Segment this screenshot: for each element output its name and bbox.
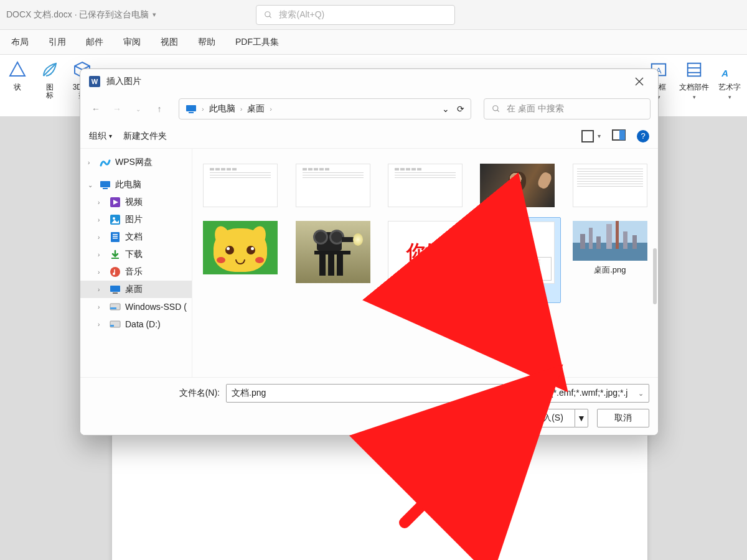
tree-documents[interactable]: ›文档 <box>80 228 192 246</box>
insert-split-dropdown[interactable]: ▼ <box>575 409 588 427</box>
nav-recent[interactable]: ⌄ <box>130 101 146 117</box>
title-dropdown-icon[interactable]: ▾ <box>153 11 156 19</box>
ribbon-wordart-label: 艺术字 <box>718 83 741 91</box>
new-folder-button[interactable]: 新建文件夹 <box>123 131 167 142</box>
close-button[interactable] <box>629 72 649 91</box>
parts-icon <box>683 58 705 81</box>
tree-drive-d[interactable]: ›Data (D:) <box>80 315 192 333</box>
file-list[interactable]: 你好 ▪ ░░░░░░░░░░░░░░░░░░░░░░░░▪ ░░░░░░░░░… <box>192 149 658 377</box>
nav-up[interactable]: ↑ <box>151 101 167 117</box>
global-search[interactable]: 搜索(Alt+Q) <box>256 5 455 25</box>
file-thumb-selected[interactable]: ▪ ░░░░░░░░░░░░░░░░░░░░░░░░▪ ░░░░░░░░░░░░… <box>474 217 560 303</box>
nav-back[interactable]: ← <box>88 101 104 117</box>
app-titlebar: DOCX 文档.docx · 已保存到这台电脑 ▾ 搜索(Alt+Q) <box>0 0 747 30</box>
insert-picture-dialog: W 插入图片 ← → ⌄ ↑ › 此电脑 › 桌面 › ⌄ ⟳ 在 桌面 中搜索 <box>80 68 659 436</box>
svg-rect-24 <box>113 236 118 237</box>
tree-pictures[interactable]: ›图片 <box>80 211 192 228</box>
svg-point-12 <box>493 106 498 111</box>
tree-drive-c[interactable]: ›Windows-SSD ( <box>80 298 192 315</box>
view-mode-button[interactable]: ▾ <box>581 130 601 142</box>
dialog-search[interactable]: 在 桌面 中搜索 <box>484 98 651 119</box>
search-placeholder: 搜索(Alt+Q) <box>279 9 324 21</box>
word-app-icon: W <box>89 76 100 87</box>
file-type-filter[interactable]: 所有图片(*.emf;*.wmf;*.jpg;*.j ⌄ <box>510 384 649 403</box>
file-thumb[interactable] <box>197 160 283 211</box>
tab-mail[interactable]: 邮件 <box>80 33 110 52</box>
breadcrumb-pc[interactable]: 此电脑 <box>209 103 235 114</box>
tree-thispc[interactable]: ⌄此电脑 <box>80 176 192 194</box>
svg-rect-17 <box>103 188 108 189</box>
svg-rect-15 <box>619 130 625 140</box>
tab-review[interactable]: 审阅 <box>117 33 147 52</box>
tools-menu[interactable]: 工具(L)▼ <box>472 413 514 424</box>
file-thumb[interactable]: 桌面.png <box>567 217 653 279</box>
chevron-down-icon[interactable]: ⌄ <box>638 390 644 398</box>
ribbon-wordart[interactable]: A 艺术字 ▾ <box>715 58 745 100</box>
file-thumb[interactable] <box>567 160 653 211</box>
ribbon-docparts[interactable]: 文档部件 ▾ <box>676 58 712 100</box>
chevron-down-icon[interactable]: ⌄ <box>492 390 498 398</box>
pc-icon <box>186 103 197 114</box>
tree-video[interactable]: ›视频 <box>80 194 192 211</box>
filename-input[interactable]: 文档.png ⌄ <box>226 384 504 403</box>
svg-rect-34 <box>110 325 114 327</box>
dialog-title: 插入图片 <box>106 76 141 87</box>
tree-music[interactable]: ›音乐 <box>80 263 192 281</box>
file-thumb[interactable] <box>289 217 375 287</box>
svg-point-28 <box>113 273 115 275</box>
chevron-right-icon: › <box>270 105 272 113</box>
ribbon-tabs: 布局 引用 邮件 审阅 视图 帮助 PDF工具集 <box>0 30 747 55</box>
preview-pane-button[interactable] <box>612 129 626 142</box>
nav-forward[interactable]: → <box>109 101 125 117</box>
svg-rect-23 <box>113 234 118 235</box>
organize-menu[interactable]: 组织 ▾ <box>89 131 112 142</box>
tab-pdf[interactable]: PDF工具集 <box>229 33 285 52</box>
search-icon <box>492 105 500 113</box>
file-thumb[interactable]: 你好 <box>382 217 468 287</box>
file-thumb[interactable] <box>382 160 468 211</box>
chevron-right-icon: › <box>202 105 204 113</box>
folder-tree[interactable]: ›WPS网盘 ⌄此电脑 ›视频 ›图片 ›文档 ›下载 ›音乐 ›桌面 ›Win… <box>80 149 192 377</box>
refresh-icon[interactable]: ⟳ <box>457 104 464 114</box>
file-thumb[interactable] <box>289 160 375 211</box>
ribbon-shapes-label: 状 <box>14 83 21 91</box>
dialog-body: ›WPS网盘 ⌄此电脑 ›视频 ›图片 ›文档 ›下载 ›音乐 ›桌面 ›Win… <box>80 149 658 377</box>
shape-icon <box>6 58 29 81</box>
search-icon <box>264 11 273 19</box>
insert-button[interactable]: 插入(S) ▼ <box>522 409 588 427</box>
filename-value: 文档.png <box>232 388 492 399</box>
file-thumb[interactable] <box>197 217 283 278</box>
address-bar[interactable]: › 此电脑 › 桌面 › ⌄ ⟳ <box>179 98 471 119</box>
dialog-toolbar: 组织 ▾ 新建文件夹 ▾ ? <box>80 124 658 149</box>
svg-rect-11 <box>189 112 194 113</box>
tab-view[interactable]: 视图 <box>154 33 184 52</box>
file-scrollbar[interactable] <box>653 248 657 304</box>
svg-rect-4 <box>688 63 701 77</box>
tree-downloads[interactable]: ›下载 <box>80 246 192 263</box>
file-thumb[interactable] <box>474 160 560 211</box>
svg-line-1 <box>270 16 271 17</box>
svg-rect-30 <box>113 292 118 294</box>
filter-value: 所有图片(*.emf;*.wmf;*.jpg;*.j <box>515 388 638 399</box>
tab-refs[interactable]: 引用 <box>42 33 72 52</box>
cancel-button[interactable]: 取消 <box>597 409 649 427</box>
svg-line-13 <box>497 110 499 112</box>
svg-rect-25 <box>113 238 118 239</box>
address-dropdown-icon[interactable]: ⌄ <box>442 104 449 114</box>
tree-wps[interactable]: ›WPS网盘 <box>80 154 192 171</box>
nihao-text: 你好 <box>406 240 444 265</box>
ribbon-icons[interactable]: 图 标 <box>35 58 65 100</box>
file-caption: 文档.png <box>502 287 533 299</box>
tab-help[interactable]: 帮助 <box>192 33 222 52</box>
svg-rect-10 <box>186 105 196 111</box>
tree-desktop[interactable]: ›桌面 <box>80 281 192 298</box>
dialog-search-placeholder: 在 桌面 中搜索 <box>507 103 564 114</box>
ribbon-shapes[interactable]: 状 <box>2 58 32 91</box>
breadcrumb-desktop[interactable]: 桌面 <box>247 103 265 114</box>
dialog-navbar: ← → ⌄ ↑ › 此电脑 › 桌面 › ⌄ ⟳ 在 桌面 中搜索 <box>80 94 658 124</box>
tab-layout[interactable]: 布局 <box>5 33 35 52</box>
svg-text:A: A <box>721 68 728 78</box>
dialog-footer: 文件名(N): 文档.png ⌄ 所有图片(*.emf;*.wmf;*.jpg;… <box>80 377 658 435</box>
help-icon[interactable]: ? <box>637 130 649 142</box>
insert-button-label: 插入(S) <box>534 413 563 424</box>
